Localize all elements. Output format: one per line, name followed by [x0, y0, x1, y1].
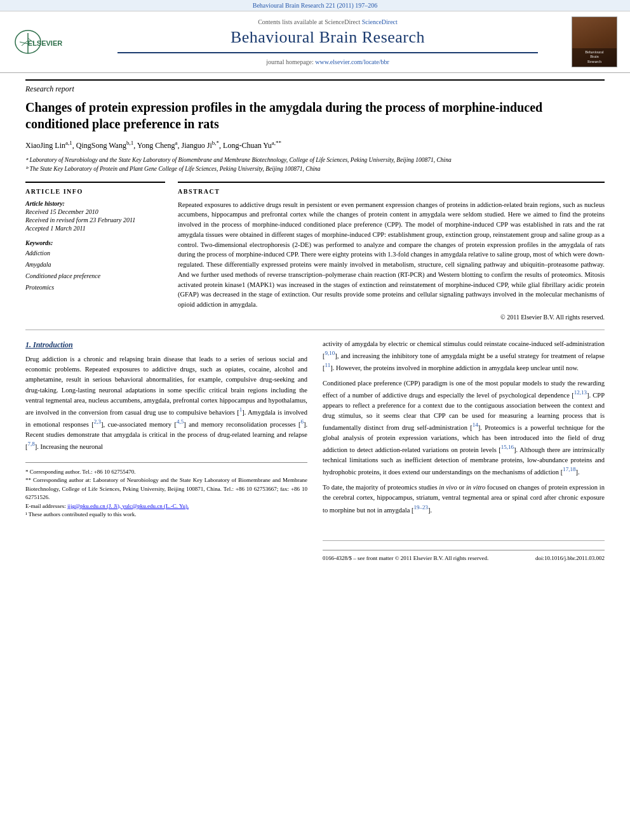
ref-15-16: 15,16 [501, 444, 514, 450]
abstract-copyright: © 2011 Elsevier B.V. All rights reserved… [178, 314, 605, 321]
ref-11: 11 [325, 362, 331, 368]
accepted-date: Accepted 1 March 2011 [25, 225, 165, 232]
author-sup-b1: b,1 [126, 140, 133, 146]
page-header: ELSEVIER Contents lists available at Sci… [0, 11, 630, 73]
article-type-label: Research report [25, 79, 605, 94]
footer-issn: 0166-4328/$ – see front matter © 2011 El… [323, 554, 488, 563]
ref-1: 1 [239, 406, 243, 413]
history-label: Article history: [25, 200, 65, 207]
author-sup-adstar: a,** [272, 140, 281, 146]
keyword-cpp: Conditioned place preference [25, 270, 165, 282]
footnote-email: E-mail addresses: jjjg@pku.edu.cn (J. Ji… [25, 502, 307, 511]
article-info-heading: ARTICLE INFO [25, 188, 165, 195]
ref-17-18: 17,18 [563, 466, 575, 472]
bottom-footer: 0166-4328/$ – see front matter © 2011 El… [323, 550, 605, 563]
journal-thumb-text: BehaviouralBrainResearch [574, 50, 615, 65]
footnotes-section: * Corresponding author. Tel.: +86 10 627… [25, 462, 307, 519]
footnote-star: * Corresponding author. Tel.: +86 10 627… [25, 468, 307, 477]
keyword-proteomics: Proteomics [25, 282, 165, 293]
journal-homepage-link[interactable]: www.elsevier.com/locate/bbr [315, 58, 389, 65]
keywords-list: Addiction Amygdala Conditioned place pre… [25, 248, 165, 293]
body-text-area: 1. Introduction Drug addiction is a chro… [25, 339, 605, 563]
intro-section-title: 1. Introduction [25, 339, 307, 350]
elsevier-logo: ELSEVIER [10, 26, 80, 58]
abstract-column: ABSTRACT Repeated exposures to addictive… [178, 182, 605, 321]
affiliations: ᵃ Laboratory of Neurobiology and the Sta… [25, 156, 605, 174]
keywords-label: Keywords: [25, 239, 165, 246]
keywords-section: Keywords: Addiction Amygdala Conditioned… [25, 239, 165, 293]
journal-thumbnail-area: BehaviouralBrainResearch [569, 17, 620, 67]
author-longchuan: Long-Chuan Yu [223, 141, 272, 150]
svg-text:ELSEVIER: ELSEVIER [28, 39, 62, 47]
ref-12-13: 12,13 [574, 389, 587, 396]
intro-paragraph-2: activity of amygdala by electric or chem… [323, 339, 605, 373]
article-info-column: ARTICLE INFO Article history: Received 1… [25, 182, 165, 321]
publisher-logo-area: ELSEVIER [10, 17, 86, 67]
ref-2-3: 2,3 [94, 418, 101, 425]
email1-link[interactable]: jjjg@pku.edu.cn (J. Ji), [67, 503, 123, 509]
email2-link[interactable]: yulc@pku.edu.cn (L.-C. Yu). [123, 503, 189, 509]
journal-thumb-overlay: BehaviouralBrainResearch [572, 48, 617, 67]
ref-9-10: 9,10 [325, 350, 335, 356]
journal-homepage-line: journal homepage: www.elsevier.com/locat… [94, 58, 561, 65]
ref-14: 14 [473, 422, 478, 428]
body-right-col: activity of amygdala by electric or chem… [323, 339, 605, 563]
journal-cover-thumbnail: BehaviouralBrainResearch [572, 17, 617, 67]
author-sup-a1: a,1 [65, 140, 72, 146]
ref-4-5: 4,5 [177, 418, 184, 425]
journal-banner: Behavioural Brain Research 221 (2011) 19… [0, 0, 630, 11]
author-jianguo: Jianguo Ji [182, 141, 212, 150]
ref-7-8: 7,8 [28, 441, 35, 447]
intro-paragraph-4: To date, the majority of proteomics stud… [323, 483, 605, 515]
author-sup-a2: a [175, 140, 178, 146]
elsevier-svg: ELSEVIER [10, 28, 80, 57]
authors-line: XiaoJing Lina,1, QingSong Wangb,1, Yong … [25, 138, 605, 152]
sciencedirect-link[interactable]: ScienceDirect [362, 18, 398, 25]
footnote-dstar: ** Corresponding author at: Laboratory o… [25, 476, 307, 502]
journal-header-center: Contents lists available at ScienceDirec… [94, 17, 561, 67]
revised-date: Received in revised form 23 February 201… [25, 217, 165, 223]
main-content-area: Research report Changes of protein expre… [0, 73, 630, 576]
article-history-label: Article history: [25, 200, 165, 207]
keyword-amygdala: Amygdala [25, 259, 165, 270]
abstract-body: Repeated exposures to addictive drugs re… [178, 200, 605, 310]
ref-19-23: 19–23 [413, 504, 428, 510]
article-info-abstract-section: ARTICLE INFO Article history: Received 1… [25, 182, 605, 321]
received-date: Received 15 December 2010 [25, 208, 165, 215]
author-yong: Yong Cheng [137, 141, 175, 150]
footer-doi: doi:10.1016/j.bbr.2011.03.002 [535, 554, 605, 563]
ref-6: 6 [300, 418, 304, 425]
abstract-heading: ABSTRACT [178, 188, 605, 195]
footer-area: 0166-4328/$ – see front matter © 2011 El… [323, 540, 605, 563]
affiliation-b: ᵇ The State Key Laboratory of Protein an… [25, 164, 605, 173]
intro-paragraph-1: Drug addiction is a chronic and relapsin… [25, 354, 307, 452]
header-divider [117, 52, 538, 53]
contents-available-line: Contents lists available at ScienceDirec… [94, 18, 561, 25]
author-qingsong: QingSong Wang [76, 141, 126, 150]
article-title: Changes of protein expression profiles i… [25, 99, 605, 132]
footnote-equal: ¹ These authors contributed equally to t… [25, 510, 307, 519]
journal-title: Behavioural Brain Research [94, 28, 561, 47]
keyword-addiction: Addiction [25, 248, 165, 259]
banner-text: Behavioural Brain Research 221 (2011) 19… [253, 2, 378, 9]
body-divider [25, 330, 605, 330]
author-xiaojing: XiaoJing Lin [25, 141, 65, 150]
footer-divider [323, 540, 605, 541]
body-left-col: 1. Introduction Drug addiction is a chro… [25, 339, 307, 563]
author-sup-bstar: b,* [212, 140, 219, 146]
affiliation-a: ᵃ Laboratory of Neurobiology and the Sta… [25, 156, 605, 164]
intro-paragraph-3: Conditioned place preference (CPP) parad… [323, 378, 605, 477]
